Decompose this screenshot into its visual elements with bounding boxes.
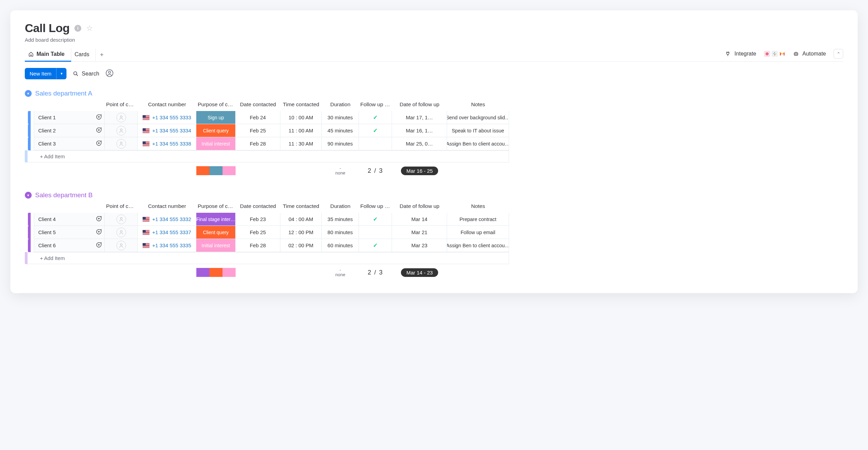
column-header[interactable]: Point of co… (105, 201, 138, 213)
item-name-cell[interactable]: Client 3 (34, 137, 105, 150)
tab-main-table[interactable]: Main Table (25, 48, 71, 62)
followup-cell[interactable]: ✓ (359, 213, 392, 226)
follow-date-cell[interactable]: Mar 14 (392, 213, 447, 226)
item-name-cell[interactable]: Client 6 (34, 239, 105, 252)
collapse-header-button[interactable]: ⌃ (834, 49, 843, 59)
date-contacted-cell[interactable]: Feb 24 (236, 111, 280, 124)
time-contacted-cell[interactable]: 11 : 00 AM (280, 124, 322, 137)
column-header[interactable]: Date contacted (236, 201, 280, 213)
time-contacted-cell[interactable]: 10 : 00 AM (280, 111, 322, 124)
purpose-cell[interactable]: Sign up (196, 111, 236, 124)
column-header[interactable]: Date of follow up (392, 99, 447, 111)
column-header[interactable]: Date of follow up (392, 201, 447, 213)
add-comment-icon[interactable] (95, 140, 102, 148)
notes-cell[interactable]: Prepare contract (447, 213, 509, 226)
point-of-contact-cell[interactable] (105, 124, 138, 137)
add-view-button[interactable]: + (96, 49, 108, 61)
group-collapse-toggle[interactable]: ▾ (25, 90, 32, 97)
add-item-row[interactable]: + Add Item (25, 252, 509, 264)
duration-cell[interactable]: 60 minutes (322, 239, 359, 252)
column-header[interactable]: Date contacted (236, 99, 280, 111)
column-header[interactable]: Follow up p… (359, 99, 392, 111)
slack-icon[interactable] (772, 51, 778, 57)
notes-cell[interactable]: Assign Ben to client accou… (447, 137, 509, 150)
purpose-cell[interactable]: Initial interest (196, 137, 236, 150)
add-comment-icon[interactable] (95, 241, 102, 249)
tab-cards[interactable]: Cards (71, 49, 96, 61)
add-comment-icon[interactable] (95, 113, 102, 121)
column-header[interactable]: Follow up p… (359, 201, 392, 213)
column-header[interactable]: Notes (447, 99, 509, 111)
column-header[interactable]: Duration (322, 99, 359, 111)
info-icon[interactable]: i (74, 25, 81, 32)
point-of-contact-cell[interactable] (105, 111, 138, 124)
notes-cell[interactable]: Follow up email (447, 226, 509, 239)
column-header[interactable]: Purpose of co… (196, 99, 236, 111)
notes-cell[interactable]: Assign Ben to client accou… (447, 239, 509, 252)
date-contacted-cell[interactable]: Feb 28 (236, 137, 280, 150)
column-header[interactable]: Time contacted (280, 201, 322, 213)
date-contacted-cell[interactable]: Feb 28 (236, 239, 280, 252)
duration-cell[interactable]: 30 minutes (322, 111, 359, 124)
purpose-cell[interactable]: Client query (196, 226, 236, 239)
column-header[interactable]: Contact number (138, 99, 196, 111)
purpose-cell[interactable]: Client query (196, 124, 236, 137)
follow-date-cell[interactable]: Mar 16, 1… (392, 124, 447, 137)
time-contacted-cell[interactable]: 12 : 00 PM (280, 226, 322, 239)
person-filter-button[interactable] (105, 69, 114, 79)
integration-chip[interactable]: ⊕ (764, 51, 770, 57)
integrate-button[interactable]: Integrate (725, 51, 756, 57)
column-header[interactable]: Time contacted (280, 99, 322, 111)
notes-cell[interactable]: Send over background slid… (447, 111, 509, 124)
column-header[interactable]: Purpose of co… (196, 201, 236, 213)
add-comment-icon[interactable] (95, 215, 102, 223)
followup-cell[interactable]: ✓ (359, 111, 392, 124)
add-comment-icon[interactable] (95, 127, 102, 134)
duration-cell[interactable]: 80 minutes (322, 226, 359, 239)
column-header[interactable]: Notes (447, 201, 509, 213)
followup-cell[interactable]: ✓ (359, 239, 392, 252)
contact-number-cell[interactable]: +1 334 555 3338 (138, 137, 196, 150)
add-item-row[interactable]: + Add Item (25, 150, 509, 162)
contact-number-cell[interactable]: +1 334 555 3333 (138, 111, 196, 124)
point-of-contact-cell[interactable] (105, 226, 138, 239)
contact-number-cell[interactable]: +1 334 555 3332 (138, 213, 196, 226)
gmail-icon[interactable] (779, 51, 785, 57)
contact-number-cell[interactable]: +1 334 555 3335 (138, 239, 196, 252)
item-name-cell[interactable]: Client 2 (34, 124, 105, 137)
point-of-contact-cell[interactable] (105, 137, 138, 150)
follow-date-cell[interactable]: Mar 21 (392, 226, 447, 239)
column-header[interactable]: Duration (322, 201, 359, 213)
time-contacted-cell[interactable]: 04 : 00 AM (280, 213, 322, 226)
date-contacted-cell[interactable]: Feb 25 (236, 226, 280, 239)
date-contacted-cell[interactable]: Feb 25 (236, 124, 280, 137)
duration-cell[interactable]: 45 minutes (322, 124, 359, 137)
followup-cell[interactable] (359, 137, 392, 150)
favorite-star-icon[interactable]: ☆ (86, 24, 93, 33)
duration-cell[interactable]: 35 minutes (322, 213, 359, 226)
notes-cell[interactable]: Speak to IT about issue (447, 124, 509, 137)
time-contacted-cell[interactable]: 11 : 30 AM (280, 137, 322, 150)
item-name-cell[interactable]: Client 5 (34, 226, 105, 239)
group-title[interactable]: Sales department A (35, 90, 92, 97)
duration-cell[interactable]: 90 minutes (322, 137, 359, 150)
automate-button[interactable]: Automate (793, 51, 826, 57)
purpose-cell[interactable]: Final stage inter… (196, 213, 236, 226)
point-of-contact-cell[interactable] (105, 239, 138, 252)
follow-date-cell[interactable]: Mar 25, 0… (392, 137, 447, 150)
point-of-contact-cell[interactable] (105, 213, 138, 226)
column-header[interactable]: Contact number (138, 201, 196, 213)
date-contacted-cell[interactable]: Feb 23 (236, 213, 280, 226)
item-name-cell[interactable]: Client 1 (34, 111, 105, 124)
group-title[interactable]: Sales department B (35, 191, 93, 199)
followup-cell[interactable]: ✓ (359, 124, 392, 137)
new-item-button[interactable]: New Item ▾ (25, 68, 66, 79)
follow-date-cell[interactable]: Mar 17, 1… (392, 111, 447, 124)
add-comment-icon[interactable] (95, 228, 102, 236)
time-contacted-cell[interactable]: 02 : 00 PM (280, 239, 322, 252)
column-header[interactable]: Point of co… (105, 99, 138, 111)
purpose-cell[interactable]: Initial interest (196, 239, 236, 252)
contact-number-cell[interactable]: +1 334 555 3337 (138, 226, 196, 239)
item-name-cell[interactable]: Client 4 (34, 213, 105, 226)
board-description-placeholder[interactable]: Add board description (25, 37, 843, 43)
